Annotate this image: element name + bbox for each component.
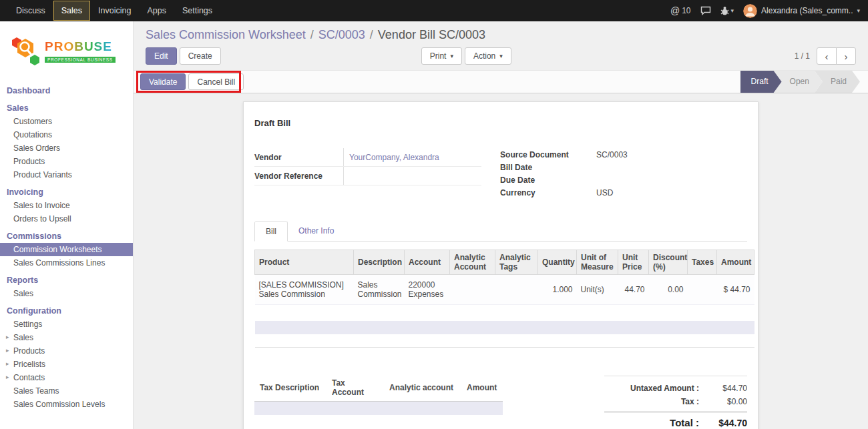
col-discount[interactable]: Discount (%) <box>649 250 688 275</box>
sidebar-item-sales-commissions-lines[interactable]: Sales Commissions Lines <box>0 256 133 270</box>
debug-menu-button[interactable]: ▾ <box>720 6 734 15</box>
sidebar-item-sales-orders[interactable]: Sales Orders <box>0 141 133 155</box>
sidebar-item-config-settings[interactable]: Settings <box>0 318 133 331</box>
chevron-down-icon: ▾ <box>450 53 453 59</box>
col-quantity[interactable]: Quantity <box>538 250 577 275</box>
mention-at-icon: @ <box>670 5 680 16</box>
form-statusbar: Validate Cancel Bill Draft Open Paid <box>134 70 868 93</box>
sidebar-item-config-sales[interactable]: ▸Sales <box>0 331 133 344</box>
caret-right-icon: ▸ <box>6 347 9 354</box>
col-analytic-tags[interactable]: Analytic Tags <box>495 250 538 275</box>
mentions-counter[interactable]: @ 10 <box>670 5 691 16</box>
sidebar-item-orders-to-upsell[interactable]: Orders to Upsell <box>0 212 133 226</box>
user-name: Alexandra (Sales_comm.. <box>761 6 853 15</box>
sidebar-item-products[interactable]: Products <box>0 155 133 168</box>
messages-button[interactable] <box>700 6 711 15</box>
pager-next-button[interactable]: › <box>836 47 856 65</box>
source-document-label: Source Document <box>500 150 596 159</box>
tab-other-info[interactable]: Other Info <box>288 222 345 241</box>
menu-sales[interactable]: Sales <box>53 1 90 21</box>
field-row-source-document: Source Document SC/0003 <box>500 148 747 161</box>
edit-button[interactable]: Edit <box>146 47 177 65</box>
logo-name: PROBUSE <box>45 39 112 53</box>
cell-description: Sales Commission <box>354 275 405 305</box>
col-tax-amount[interactable]: Amount <box>461 376 503 402</box>
sidebar-item-commission-worksheets[interactable]: Commission Worksheets <box>0 243 133 256</box>
field-group-left: Vendor YourCompany, Alexandra Vendor Ref… <box>254 148 481 199</box>
secondary-menu-sidebar: PROBUSE PROFESSIONAL BUSINESS Dashboard … <box>0 21 134 429</box>
pager-previous-button[interactable]: ‹ <box>817 47 837 65</box>
col-tax-analytic-account[interactable]: Analytic account <box>384 376 461 402</box>
print-dropdown-button[interactable]: Print ▾ <box>421 47 462 65</box>
validate-button[interactable]: Validate <box>140 73 186 90</box>
cell-analytic-tags <box>495 275 538 305</box>
bug-icon <box>720 6 729 15</box>
col-unit-of-measure[interactable]: Unit of Measure <box>577 250 618 275</box>
col-tax-account[interactable]: Tax Account <box>327 376 384 402</box>
field-groups: Vendor YourCompany, Alexandra Vendor Ref… <box>254 148 747 199</box>
tax-header-row: Tax Description Tax Account Analytic acc… <box>254 376 503 402</box>
total-label: Total : <box>670 417 699 428</box>
col-analytic-account[interactable]: Analytic Account <box>450 250 495 275</box>
col-tax-description[interactable]: Tax Description <box>254 376 327 402</box>
tax-value: $0.00 <box>699 397 747 406</box>
sidebar-item-quotations[interactable]: Quotations <box>0 128 133 141</box>
control-panel: Edit Create Print ▾ Action ▾ 1 / 1 ‹ › <box>134 47 868 70</box>
field-row-bill-date: Bill Date <box>500 161 747 173</box>
untaxed-amount-row: Untaxed Amount : $44.70 <box>604 382 747 395</box>
sidebar-header-invoicing[interactable]: Invoicing <box>0 185 133 199</box>
vendor-link[interactable]: YourCompany, Alexandra <box>349 153 439 162</box>
breadcrumb-record-link[interactable]: SC/0003 <box>318 28 365 41</box>
tab-bill[interactable]: Bill <box>254 222 288 242</box>
empty-tax-row <box>254 402 503 415</box>
create-button[interactable]: Create <box>180 47 221 65</box>
sidebar-item-customers[interactable]: Customers <box>0 115 133 128</box>
empty-line-row <box>255 334 754 348</box>
col-unit-price[interactable]: Unit Price <box>618 250 649 275</box>
sidebar-item-product-variants[interactable]: Product Variants <box>0 168 133 181</box>
sidebar-nav: Dashboard Sales Customers Quotations Sal… <box>0 84 133 411</box>
sidebar-item-config-products[interactable]: ▸Products <box>0 344 133 358</box>
sidebar-item-sales-to-invoice[interactable]: Sales to Invoice <box>0 199 133 212</box>
breadcrumb-worksheet-link[interactable]: Sales Commission Worksheet <box>146 28 306 41</box>
invoice-lines-table: Product Description Account Analytic Acc… <box>254 250 754 348</box>
col-amount[interactable]: Amount <box>717 250 754 275</box>
due-date-label: Due Date <box>500 175 596 185</box>
col-description[interactable]: Description <box>354 250 405 275</box>
sidebar-item-config-pricelists[interactable]: ▸Pricelists <box>0 358 133 371</box>
company-logo[interactable]: PROBUSE PROFESSIONAL BUSINESS <box>0 21 133 80</box>
sidebar-item-sales-commission-levels[interactable]: Sales Commission Levels <box>0 398 133 411</box>
lines-header-row: Product Description Account Analytic Acc… <box>255 250 754 275</box>
breadcrumb-current: Vendor Bill SC/0003 <box>378 28 485 41</box>
menu-discuss[interactable]: Discuss <box>8 1 53 21</box>
user-menu[interactable]: Alexandra (Sales_comm.. ▾ <box>743 4 860 18</box>
sidebar-item-config-contacts[interactable]: ▸Contacts <box>0 371 133 384</box>
col-taxes[interactable]: Taxes <box>688 250 717 275</box>
sidebar-header-configuration[interactable]: Configuration <box>0 304 133 318</box>
menu-settings[interactable]: Settings <box>174 1 220 21</box>
sidebar-item-dashboard[interactable]: Dashboard <box>0 84 133 97</box>
menu-invoicing[interactable]: Invoicing <box>90 1 139 21</box>
main-panel: Sales Commission Worksheet/SC/0003/Vendo… <box>134 21 868 429</box>
chevron-right-icon: › <box>845 51 848 62</box>
invoice-line-row[interactable]: [SALES COMMISSION] Sales Commission Sale… <box>255 275 754 305</box>
chevron-down-icon: ▾ <box>857 7 860 14</box>
top-navbar: Discuss Sales Invoicing Apps Settings @ … <box>0 0 868 21</box>
sidebar-item-sales-teams[interactable]: Sales Teams <box>0 384 133 398</box>
status-step-draft[interactable]: Draft <box>740 71 782 93</box>
empty-line-row <box>255 321 754 334</box>
sidebar-item-reports-sales[interactable]: Sales <box>0 287 133 300</box>
action-dropdown-button[interactable]: Action ▾ <box>465 47 511 65</box>
menu-apps[interactable]: Apps <box>139 1 174 21</box>
sidebar-header-reports[interactable]: Reports <box>0 274 133 287</box>
cancel-bill-button[interactable]: Cancel Bill <box>188 73 244 90</box>
col-product[interactable]: Product <box>255 250 354 275</box>
col-account[interactable]: Account <box>405 250 450 275</box>
sidebar-header-commissions[interactable]: Commissions <box>0 230 133 243</box>
sidebar-item-label: Products <box>13 346 45 356</box>
sidebar-header-sales[interactable]: Sales <box>0 101 133 115</box>
logo-tagline: PROFESSIONAL BUSINESS <box>45 57 116 63</box>
field-row-currency: Currency USD <box>500 186 747 199</box>
topbar-right-tools: @ 10 ▾ Alexandra (Sales_comm.. ▾ <box>670 4 860 18</box>
breadcrumb-separator: / <box>370 28 373 41</box>
